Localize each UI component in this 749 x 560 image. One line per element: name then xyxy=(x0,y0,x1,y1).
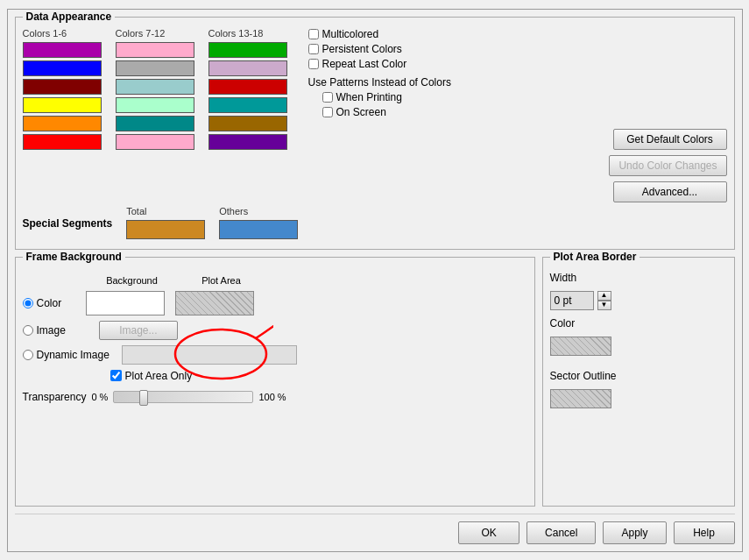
color-swatch-16[interactable] xyxy=(208,97,287,113)
transparency-slider[interactable] xyxy=(113,391,253,403)
width-spinner: ▲ ▼ xyxy=(597,291,611,310)
color-swatch-5[interactable] xyxy=(23,116,102,131)
background-col-label: Background xyxy=(93,275,172,286)
background-color-swatch[interactable] xyxy=(86,291,165,315)
color-group-7-12: Colors 7-12 xyxy=(116,28,194,202)
action-buttons: Get Default Colors Undo Color Changes Ad… xyxy=(308,129,727,202)
special-segments-label: Special Segments xyxy=(23,217,113,230)
get-default-colors-button[interactable]: Get Default Colors xyxy=(613,129,727,150)
spinner-up[interactable]: ▲ xyxy=(597,291,611,301)
border-color-swatch[interactable] xyxy=(550,337,611,356)
color-swatch-12[interactable] xyxy=(116,134,194,150)
sector-outline-swatch[interactable] xyxy=(550,389,611,408)
repeat-last-color-checkbox[interactable] xyxy=(308,59,319,69)
plot-area-col-label: Plot Area xyxy=(182,275,261,286)
color-group-13-18-label: Colors 13-18 xyxy=(208,28,287,39)
repeat-last-color-row: Repeat Last Color xyxy=(308,58,727,70)
total-group: Total xyxy=(126,206,205,242)
width-input[interactable] xyxy=(550,291,594,310)
image-radio-label: Image xyxy=(37,324,66,337)
color-radio-label: Color xyxy=(37,297,62,309)
persistent-colors-label: Persistent Colors xyxy=(322,43,402,55)
width-label: Width xyxy=(550,272,577,284)
cancel-button[interactable]: Cancel xyxy=(526,521,596,544)
color-swatch-2[interactable] xyxy=(23,60,102,76)
image-button[interactable]: Image... xyxy=(99,321,178,340)
others-label: Others xyxy=(219,206,298,216)
multicolored-row: Multicolored xyxy=(308,28,727,40)
color-radio-row: Color xyxy=(23,297,62,309)
frame-background-title: Frame Background xyxy=(23,251,125,263)
slider-thumb xyxy=(139,390,148,406)
repeat-last-color-label: Repeat Last Color xyxy=(322,58,407,70)
width-row: ▲ ▼ xyxy=(550,291,727,310)
right-panel: Multicolored Persistent Colors Repeat La… xyxy=(308,28,727,202)
dynamic-image-field[interactable] xyxy=(122,345,297,365)
when-printing-row: When Printing xyxy=(322,91,727,103)
main-dialog: Data Appearance Colors 1-6 Colors 7-12 xyxy=(7,9,743,552)
help-button[interactable]: Help xyxy=(674,521,735,544)
transparency-max: 100 % xyxy=(258,392,286,402)
total-swatch[interactable] xyxy=(126,220,205,239)
ok-button[interactable]: OK xyxy=(458,521,519,544)
persistent-colors-row: Persistent Colors xyxy=(308,43,727,55)
color-swatch-10[interactable] xyxy=(116,97,194,113)
color-swatch-8[interactable] xyxy=(116,60,194,76)
spinner-down[interactable]: ▼ xyxy=(597,301,611,310)
multicolored-checkbox[interactable] xyxy=(308,29,319,39)
on-screen-label: On Screen xyxy=(336,106,386,118)
on-screen-row: On Screen xyxy=(322,106,727,118)
data-appearance-title: Data Appearance xyxy=(23,11,116,23)
color-swatch-6[interactable] xyxy=(23,134,102,150)
plot-area-only-label: Plot Area Only xyxy=(125,370,193,382)
plot-area-only-checkbox[interactable] xyxy=(110,370,122,381)
when-printing-checkbox[interactable] xyxy=(322,92,333,103)
lower-sections: Frame Background Background Plot Area Co… xyxy=(15,257,735,514)
persistent-colors-checkbox[interactable] xyxy=(308,44,319,54)
plot-area-color-swatch[interactable] xyxy=(175,291,254,315)
color-group-13-18: Colors 13-18 xyxy=(208,28,287,202)
dynamic-image-radio-label: Dynamic Image xyxy=(37,349,110,361)
checkboxes-panel: Multicolored Persistent Colors Repeat La… xyxy=(308,28,727,118)
transparency-row: Transparency 0 % 100 % xyxy=(23,391,527,403)
color-label: Color xyxy=(550,317,576,330)
color-swatch-14[interactable] xyxy=(208,60,287,76)
color-group-1-6: Colors 1-6 xyxy=(23,28,102,202)
on-screen-checkbox[interactable] xyxy=(322,107,333,117)
transparency-min: 0 % xyxy=(91,392,108,402)
dynamic-image-radio-row: Dynamic Image xyxy=(23,349,110,361)
color-groups-container: Colors 1-6 Colors 7-12 xyxy=(23,28,301,202)
bottom-bar: OK Cancel Apply Help xyxy=(15,514,735,544)
color-swatch-17[interactable] xyxy=(208,116,287,131)
frame-background-section: Frame Background Background Plot Area Co… xyxy=(15,257,535,507)
color-swatch-9[interactable] xyxy=(116,79,194,95)
color-group-1-6-label: Colors 1-6 xyxy=(23,28,102,39)
special-segments-row: Special Segments Total Others xyxy=(23,206,727,242)
undo-color-changes-button[interactable]: Undo Color Changes xyxy=(609,155,726,176)
color-swatch-1[interactable] xyxy=(23,42,102,58)
plot-area-border-section: Plot Area Border Width ▲ ▼ Color xyxy=(542,257,735,507)
apply-button[interactable]: Apply xyxy=(603,521,666,544)
others-group: Others xyxy=(219,206,298,242)
others-swatch[interactable] xyxy=(219,220,298,239)
color-swatch-13[interactable] xyxy=(208,42,287,58)
color-swatch-15[interactable] xyxy=(208,79,287,95)
frame-background-inner: Background Plot Area Color xyxy=(23,261,527,403)
advanced-button[interactable]: Advanced... xyxy=(613,181,727,202)
image-radio-row: Image xyxy=(23,324,66,337)
dynamic-image-radio[interactable] xyxy=(23,350,33,360)
when-printing-label: When Printing xyxy=(336,91,402,103)
color-swatch-7[interactable] xyxy=(116,42,194,58)
color-swatch-4[interactable] xyxy=(23,97,102,113)
color-radio[interactable] xyxy=(23,298,33,308)
color-swatch-18[interactable] xyxy=(208,134,287,150)
color-swatch-11[interactable] xyxy=(116,116,194,131)
total-label: Total xyxy=(126,206,205,216)
transparency-label: Transparency xyxy=(23,391,87,403)
image-radio[interactable] xyxy=(23,325,33,336)
color-swatch-3[interactable] xyxy=(23,79,102,95)
plot-area-only-row: Plot Area Only xyxy=(110,370,527,382)
sector-outline-label: Sector Outline xyxy=(550,370,617,382)
data-appearance-section: Data Appearance Colors 1-6 Colors 7-12 xyxy=(15,17,735,250)
color-group-7-12-label: Colors 7-12 xyxy=(116,28,194,39)
